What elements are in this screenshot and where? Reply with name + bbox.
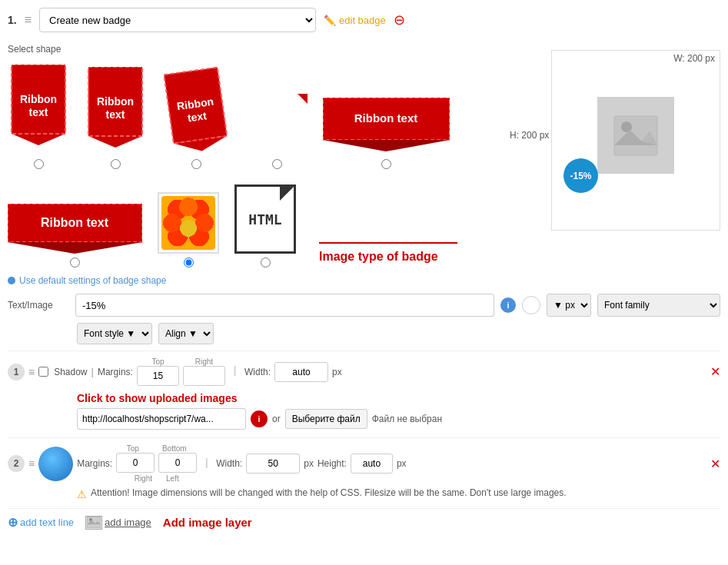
html-shape: HTML [234,184,296,254]
layer2-height-input[interactable] [351,454,393,474]
url-input[interactable] [77,408,246,430]
svg-marker-28 [8,242,142,254]
layer2-px2-label: px [397,458,407,469]
right-margin-input[interactable] [183,366,225,386]
shape-radio-corner[interactable] [272,159,282,169]
layer1-delete-button[interactable]: ✕ [710,364,720,379]
layer2-height-label: Height: [317,458,347,469]
svg-marker-24 [323,140,450,151]
layer2-row: 2 ≡ Margins: Top Bottom Right Left I [8,437,720,483]
ribbon3-svg: Ribbon text [161,67,231,155]
edit-badge-button[interactable]: ✏️ edit badge [324,15,386,26]
layer1-row: 1 ≡ Shadow | Margins: Top Right I Width:… [8,351,720,386]
top-margin-input[interactable] [137,366,179,386]
svg-text:Ribbon: Ribbon [97,95,134,108]
style-row: Font style ▼ Align ▼ [77,323,720,344]
layer1-container: 1 ≡ Shadow | Margins: Top Right I Width:… [8,351,720,430]
shape-radio-ribbon2[interactable] [111,159,121,169]
layer2-top-input[interactable] [116,453,155,473]
edit-badge-label: edit badge [339,15,386,26]
no-file-label: Файл не выбран [372,414,442,424]
flower-image [161,196,215,250]
preview-box: W: 200 px H: 200 px -15% [551,50,720,231]
shape-radio-html[interactable] [261,258,271,268]
shape-radio-ribbon5[interactable] [381,159,391,169]
shape-radio-ribbon1[interactable] [34,159,44,169]
url-info-button[interactable]: i [251,410,268,427]
margins-label: Margins: [98,367,133,377]
svg-text:text: text [29,106,48,118]
ribbon1-svg: Ribbon text [8,65,69,153]
drag-handle[interactable]: ≡ [25,13,32,27]
ribbon-large-svg: Ribbon text [8,204,142,254]
layer2-bottom-label: Bottom [162,444,187,453]
svg-text:Ribbon: Ribbon [20,93,57,105]
pencil-icon: ✏️ [324,15,336,26]
blue-dot-icon [8,277,15,284]
layer2-left-label: Left [166,474,179,483]
layer2-px-label: px [304,458,314,469]
layer2-right-label: Right [135,474,152,483]
shape-radio-image[interactable] [184,258,194,268]
image-shape [158,192,219,254]
shape-item-ribbon-large: Ribbon text [8,204,142,268]
layer2-drag[interactable]: ≡ [28,457,35,470]
text-image-input[interactable] [75,294,494,317]
width-input[interactable] [274,362,328,382]
shape-radio-ribbon3[interactable] [191,159,201,169]
pipe-separator: I [233,364,237,380]
svg-text:Ribbon text: Ribbon text [41,216,109,229]
badge-select[interactable]: Create new badge [39,8,316,32]
image-type-label: Image type of badge [319,250,438,264]
add-text-label: add text line [20,517,74,528]
choose-file-button[interactable]: Выберите файл [285,409,367,429]
shape-item-corner: Text [246,94,307,169]
layer2-top-bottom-inputs [116,453,197,473]
layer2-delete-button[interactable]: ✕ [710,457,720,471]
shadow-label: Shadow [54,367,87,377]
text-image-row: Text/Image i ▼ px Font family [8,294,720,317]
click-show-label: Click to show uploaded images [77,392,720,404]
remove-badge-button[interactable]: ⊖ [394,13,405,27]
color-picker[interactable] [522,296,540,314]
px-select[interactable]: ▼ px [547,294,591,317]
add-text-line-button[interactable]: ⊕ add text line [8,515,74,530]
layer2-avatar [38,447,73,481]
ribbon2-svg: Ribbon text [85,67,146,155]
step-number: 1. [8,14,17,26]
font-style-select[interactable]: Font style ▼ [77,323,152,344]
font-family-select[interactable]: Font family [597,294,720,317]
layer1-number: 1 [8,364,25,381]
preview-badge: -15% [563,158,598,193]
warning-icon: ⚠ [77,488,87,500]
svg-text:Text: Text [287,101,305,119]
layer2-width-input[interactable] [246,454,300,474]
corner-svg: Text [246,94,307,155]
layer2-bottom-input[interactable] [158,453,197,473]
add-image-layer-label: Add image layer [163,516,252,529]
shape-item-ribbon3: Ribbon text [161,67,231,169]
shape-item-ribbon2: Ribbon text [85,67,146,169]
text-info-button[interactable]: i [500,297,516,313]
image-type-divider [319,242,457,244]
shape-radio-ribbon-large[interactable] [70,258,80,268]
layer2-top-group: Top Bottom Right Left [116,444,197,483]
footer-row: ⊕ add text line add image Add image laye… [8,508,720,530]
align-select[interactable]: Align ▼ [158,323,214,344]
add-image-button[interactable]: add image [85,516,151,530]
shadow-checkbox[interactable] [38,367,48,377]
layer2-width-label: Width: [216,458,242,469]
layer2-pipe: I [204,456,208,472]
shape-item-ribbon5: Ribbon text [323,98,450,169]
layer2-number: 2 [8,455,25,472]
px-label: px [332,367,342,377]
plus-text-icon: ⊕ [8,515,18,530]
html-label: HTML [248,211,281,228]
layer1-drag[interactable]: ≡ [28,366,35,378]
shape-item-ribbon1: Ribbon text [8,65,69,169]
layer2-margins-label: Margins: [77,458,112,469]
attention-text: Attention! Image dimensions will be chan… [91,487,567,498]
default-settings-link[interactable]: Use default settings of badge shape [8,275,720,286]
svg-text:Ribbon text: Ribbon text [354,111,418,125]
preview-placeholder [597,97,674,174]
